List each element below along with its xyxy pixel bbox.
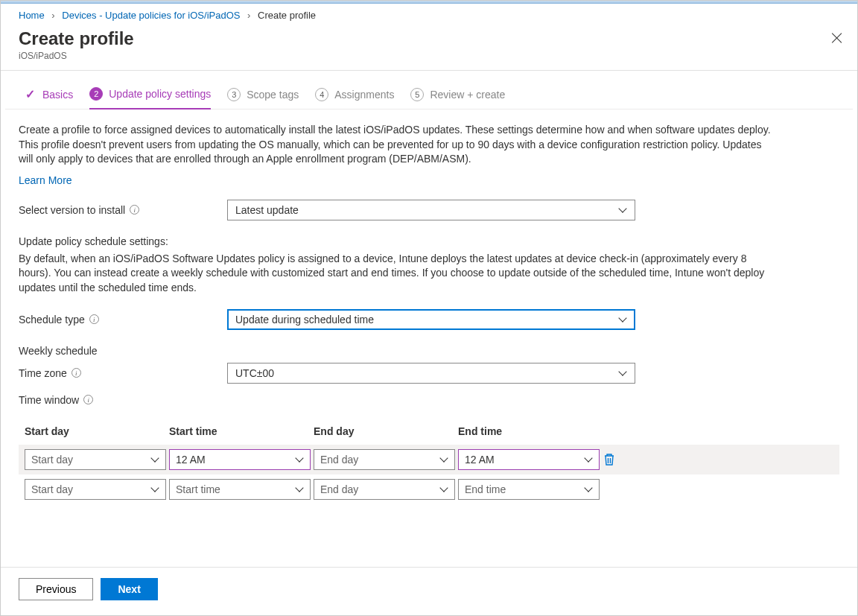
col-end-day: End day <box>314 425 455 437</box>
end-time-value: 12 AM <box>465 454 495 466</box>
wizard-tabs: ✓ Basics 2 Update policy settings 3 Scop… <box>5 71 853 109</box>
end-day-value: End day <box>320 483 358 495</box>
previous-button[interactable]: Previous <box>19 578 93 600</box>
page-header: Create profile iOS/iPadOS <box>1 25 857 71</box>
start-time-value: Start time <box>176 483 220 495</box>
timezone-dropdown[interactable]: UTC±00 <box>227 363 635 384</box>
info-icon[interactable]: i <box>130 205 139 215</box>
chevron-right-icon: › <box>51 10 54 21</box>
breadcrumb-home[interactable]: Home <box>19 10 45 21</box>
version-dropdown[interactable]: Latest update <box>227 200 635 220</box>
table-row: Start day Start time End day End time <box>19 474 839 504</box>
version-value: Latest update <box>235 204 299 216</box>
page-subtitle: iOS/iPadOS <box>19 51 839 61</box>
tab-basics-label: Basics <box>42 89 73 101</box>
chevron-down-icon <box>584 455 593 464</box>
chevron-down-icon <box>618 315 627 324</box>
chevron-down-icon <box>295 485 304 494</box>
start-day-dropdown[interactable]: Start day <box>25 479 166 500</box>
schedule-type-value: Update during scheduled time <box>235 314 374 326</box>
end-day-value: End day <box>320 454 358 466</box>
breadcrumb-current: Create profile <box>258 10 316 21</box>
step-number: 3 <box>227 88 241 101</box>
timewindow-label: Time window <box>19 394 79 406</box>
col-start-time: Start time <box>169 425 311 437</box>
start-time-dropdown[interactable]: 12 AM <box>169 449 311 470</box>
schedule-type-label: Schedule type <box>19 314 85 326</box>
tab-scope-tags[interactable]: 3 Scope tags <box>227 88 299 109</box>
trash-icon <box>603 453 615 466</box>
col-end-time: End time <box>458 425 600 437</box>
chevron-down-icon <box>584 485 593 494</box>
end-time-dropdown[interactable]: 12 AM <box>458 449 600 470</box>
version-label: Select version to install <box>19 204 125 216</box>
tab-update-policy-settings[interactable]: 2 Update policy settings <box>89 87 211 109</box>
table-row: Start day 12 AM End day 12 AM <box>19 445 839 474</box>
chevron-down-icon <box>618 369 627 378</box>
info-icon[interactable]: i <box>83 395 93 404</box>
chevron-down-icon <box>439 455 448 464</box>
close-icon[interactable] <box>830 31 844 45</box>
wizard-footer: Previous Next <box>1 567 857 615</box>
chevron-down-icon <box>295 455 304 464</box>
tab-assignments[interactable]: 4 Assignments <box>315 88 394 109</box>
chevron-right-icon: › <box>247 10 250 21</box>
end-time-value: End time <box>465 483 506 495</box>
learn-more-link[interactable]: Learn More <box>19 174 72 186</box>
tab-scope-label: Scope tags <box>247 89 299 101</box>
end-day-dropdown[interactable]: End day <box>314 479 455 500</box>
step-number: 4 <box>315 88 328 101</box>
weekly-schedule-heading: Weekly schedule <box>19 345 839 357</box>
info-icon[interactable]: i <box>72 368 81 378</box>
start-time-dropdown[interactable]: Start time <box>169 479 311 500</box>
schedule-settings-heading: Update policy schedule settings: <box>19 235 839 247</box>
timezone-label: Time zone <box>19 367 67 379</box>
chevron-down-icon <box>150 455 159 464</box>
timezone-value: UTC±00 <box>235 367 274 379</box>
col-start-day: Start day <box>25 425 166 437</box>
chevron-down-icon <box>439 485 448 494</box>
start-day-value: Start day <box>31 454 73 466</box>
info-icon[interactable]: i <box>89 314 99 324</box>
tab-settings-label: Update policy settings <box>109 88 211 100</box>
schedule-type-dropdown[interactable]: Update during scheduled time <box>227 309 635 330</box>
tab-basics[interactable]: ✓ Basics <box>23 87 73 109</box>
page-title: Create profile <box>19 28 839 49</box>
time-window-table: Start day Start time End day End time St… <box>19 418 839 504</box>
step-number: 2 <box>89 87 103 101</box>
end-time-dropdown[interactable]: End time <box>458 479 600 500</box>
check-icon: ✓ <box>23 87 36 101</box>
tab-assign-label: Assignments <box>334 89 394 101</box>
start-day-dropdown[interactable]: Start day <box>25 449 166 470</box>
step-number: 5 <box>410 88 424 101</box>
end-day-dropdown[interactable]: End day <box>314 449 455 470</box>
chevron-down-icon <box>618 206 627 215</box>
breadcrumb-devices[interactable]: Devices - Update policies for iOS/iPadOS <box>62 10 240 21</box>
delete-row-button[interactable] <box>603 452 616 467</box>
next-button[interactable]: Next <box>101 578 157 600</box>
start-day-value: Start day <box>31 483 73 495</box>
schedule-settings-text: By default, when an iOS/iPadOS Software … <box>19 252 771 296</box>
start-time-value: 12 AM <box>176 454 206 466</box>
description-text: Create a profile to force assigned devic… <box>19 123 771 167</box>
form-content: Create a profile to force assigned devic… <box>1 109 857 567</box>
chevron-down-icon <box>150 485 159 494</box>
tab-review-create[interactable]: 5 Review + create <box>410 88 505 109</box>
breadcrumb: Home › Devices - Update policies for iOS… <box>1 4 857 25</box>
tab-review-label: Review + create <box>430 89 505 101</box>
